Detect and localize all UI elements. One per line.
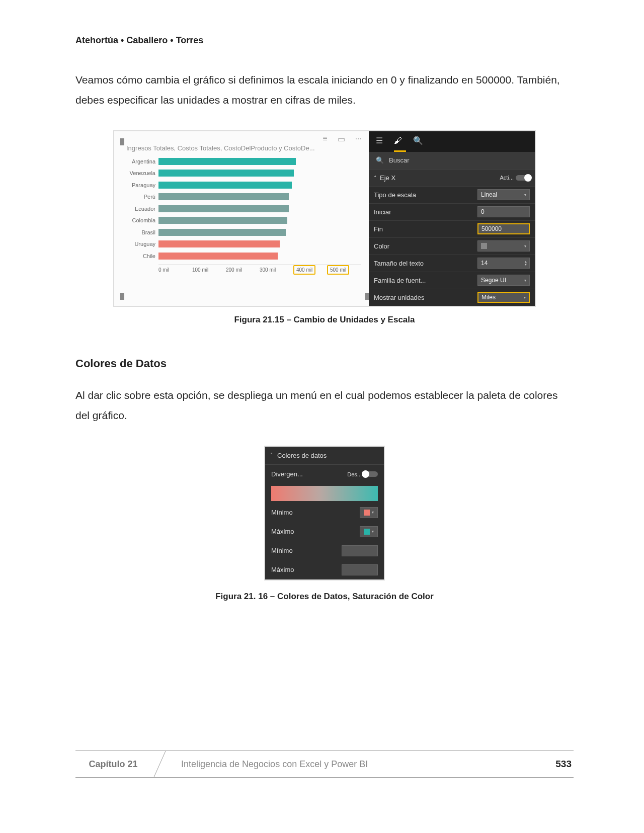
label-fin: Fin — [374, 225, 383, 233]
selection-handle-icon — [120, 138, 124, 145]
chevron-down-icon: ▾ — [372, 529, 374, 534]
label-iniciar: Iniciar — [374, 208, 391, 216]
chart-toolbar: ≡ ▭ ··· — [323, 134, 362, 144]
x-tick: 100 mil — [192, 265, 226, 273]
chart-area: ≡ ▭ ··· Ingresos Totales, Costos Totales… — [114, 131, 369, 306]
chevron-down-icon: ▾ — [524, 244, 526, 248]
label-divergente: Divergen... — [271, 470, 303, 478]
bar-fill — [158, 170, 294, 177]
format-pane: ☰ 🖌 🔍 🔍 Buscar ˄Eje X Acti... Tipo de es… — [369, 131, 535, 306]
filter-icon[interactable]: ≡ — [323, 134, 327, 144]
toggle-divergente[interactable]: Des... — [347, 471, 378, 477]
bar-label: Ecuador — [126, 206, 158, 212]
pane-tab-bar: ☰ 🖌 🔍 — [369, 131, 535, 150]
heading-colores-de-datos: Colores de Datos — [75, 357, 574, 370]
bar-series: ArgentinaVenezuelaParaguayPerúEcuadorCol… — [126, 157, 361, 261]
chapter-label: Capítulo 21 — [75, 751, 151, 777]
bar-label: Brasil — [126, 229, 158, 235]
chevron-up-icon: ˄ — [374, 175, 377, 181]
bar-fill — [158, 193, 289, 200]
selection-handle-icon — [365, 293, 369, 300]
row-unidades: Mostrar unidades Miles▾ — [369, 289, 535, 306]
bar-row: Uruguay — [126, 239, 361, 248]
bar-label: Paraguay — [126, 182, 158, 188]
section-eje-x[interactable]: ˄Eje X Acti... — [369, 169, 535, 186]
bar-row: Brasil — [126, 228, 361, 237]
input-minimo[interactable] — [342, 545, 378, 556]
color-picker[interactable]: ▾ — [477, 240, 530, 252]
fields-tab-icon[interactable]: ☰ — [376, 136, 383, 145]
figure-15-caption: Figura 21.15 – Cambio de Unidades y Esca… — [75, 315, 574, 325]
dropdown-fuente[interactable]: Segoe UI▾ — [477, 275, 530, 286]
focus-icon[interactable]: ▭ — [338, 134, 345, 144]
bar-row: Perú — [126, 192, 361, 201]
gradient-preview — [271, 486, 378, 501]
label-tamano: Tamaño del texto — [374, 260, 424, 267]
selection-handle-icon — [120, 293, 124, 300]
eje-x-toggle[interactable]: Acti... — [500, 175, 530, 181]
color-picker-max[interactable]: ▾ — [360, 526, 378, 537]
x-tick: 0 mil — [158, 265, 192, 273]
down-arrow-icon[interactable]: ▼ — [524, 263, 527, 266]
bar-row: Ecuador — [126, 204, 361, 213]
row-divergente: Divergen... Des... — [265, 465, 384, 484]
row-color: Color ▾ — [369, 237, 535, 255]
bar-label: Perú — [126, 194, 158, 200]
chart-title: Ingresos Totales, Costos Totales, CostoD… — [126, 144, 361, 152]
label-minimo-value: Mínimo — [271, 547, 293, 554]
dropdown-tipo-escala[interactable]: Lineal▾ — [477, 189, 530, 200]
label-tipo-escala: Tipo de escala — [374, 191, 416, 199]
analytics-tab-icon[interactable]: 🔍 — [413, 136, 423, 145]
more-icon[interactable]: ··· — [355, 134, 362, 144]
search-icon: 🔍 — [376, 156, 384, 164]
chevron-down-icon: ▾ — [524, 278, 526, 283]
bar-fill — [158, 253, 278, 260]
x-tick: 400 mil — [293, 265, 327, 273]
row-tamano: Tamaño del texto 14▲▼ — [369, 255, 535, 272]
bar-fill — [158, 217, 287, 224]
figure-21-16: ˄ Colores de datos Divergen... Des... Mí… — [264, 446, 385, 580]
page-footer: Capítulo 21 Inteligencia de Negocios con… — [75, 751, 574, 778]
input-iniciar[interactable]: 0 — [477, 206, 530, 217]
bar-row: Paraguay — [126, 181, 361, 190]
row-min-color: Mínimo ▾ — [265, 503, 384, 522]
format-tab-icon[interactable]: 🖌 — [394, 136, 402, 145]
chevron-down-icon: ▾ — [524, 295, 526, 300]
colores-paragraph: Al dar clic sobre esta opción, se despli… — [75, 385, 574, 426]
bar-fill — [158, 229, 286, 236]
bar-row: Colombia — [126, 216, 361, 225]
row-tipo-escala: Tipo de escala Lineal▾ — [369, 186, 535, 203]
section-colores-de-datos[interactable]: ˄ Colores de datos — [265, 447, 384, 465]
label-unidades: Mostrar unidades — [374, 294, 424, 301]
color-picker-min[interactable]: ▾ — [360, 507, 378, 518]
label-minimo: Mínimo — [271, 509, 293, 516]
chevron-up-icon: ˄ — [270, 452, 273, 459]
search-row[interactable]: 🔍 Buscar — [369, 152, 535, 169]
page-number: 533 — [555, 759, 572, 770]
row-min-value: Mínimo — [265, 541, 384, 560]
search-placeholder: Buscar — [389, 156, 409, 164]
label-fuente: Familia de fuent... — [374, 277, 426, 284]
x-tick: 200 mil — [226, 265, 260, 273]
intro-paragraph: Veamos cómo cambia el gráfico si definim… — [75, 70, 574, 110]
label-color: Color — [374, 242, 389, 250]
row-max-value: Máximo — [265, 560, 384, 579]
label-maximo: Máximo — [271, 528, 294, 535]
x-axis: 0 mil100 mil200 mil300 mil400 mil500 mil — [158, 265, 361, 273]
section-label: Colores de datos — [277, 452, 327, 459]
dropdown-unidades[interactable]: Miles▾ — [477, 292, 530, 303]
input-fin[interactable]: 500000 — [477, 223, 530, 234]
input-maximo[interactable] — [342, 564, 378, 575]
bar-fill — [158, 182, 292, 189]
row-fin: Fin 500000 — [369, 220, 535, 237]
bar-fill — [158, 205, 289, 212]
figure-16-caption: Figura 21. 16 – Colores de Datos, Satura… — [75, 592, 574, 602]
spinner-tamano[interactable]: 14▲▼ — [477, 258, 530, 269]
chevron-down-icon: ▾ — [524, 193, 526, 197]
bar-label: Argentina — [126, 158, 158, 164]
bar-row: Chile — [126, 252, 361, 261]
header-authors: Atehortúa • Caballero • Torres — [75, 35, 574, 46]
section-label: Eje X — [380, 174, 395, 182]
bar-fill — [158, 240, 280, 247]
chevron-down-icon: ▾ — [372, 510, 374, 515]
